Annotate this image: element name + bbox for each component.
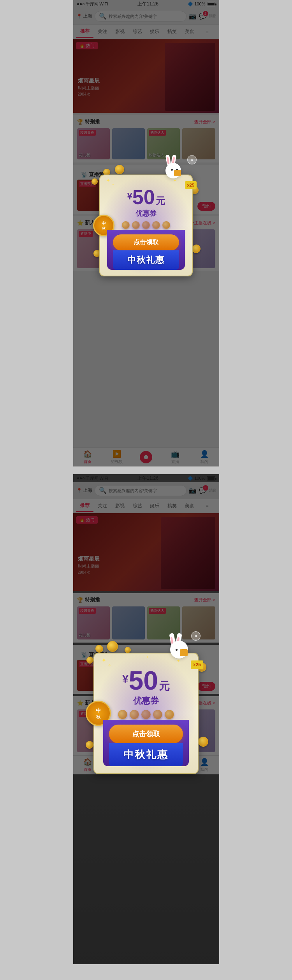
rabbit-eye-left-2 bbox=[176, 649, 178, 651]
popup-close-button[interactable]: × bbox=[187, 155, 197, 164]
float-coin-4 bbox=[192, 245, 201, 253]
coin-2-3 bbox=[141, 710, 151, 719]
float-coin-2 bbox=[115, 165, 124, 174]
coupon-value-area-2: ¥50元 bbox=[104, 663, 188, 694]
claim-button-2[interactable]: 点击领取 bbox=[109, 725, 183, 743]
sparkle-1: ✦ bbox=[106, 177, 111, 183]
mooncake-text-2-2: 秋 bbox=[96, 714, 100, 720]
rabbit-eye-left bbox=[171, 169, 173, 171]
mid-autumn-banner-2: 中秋礼惠 bbox=[109, 743, 183, 766]
mid-autumn-text-2: 中秋礼惠 bbox=[115, 748, 177, 762]
popup-container: × ✦ ✦ ✧ 中 秋 x25 bbox=[99, 175, 193, 276]
float-coin-6 bbox=[91, 178, 98, 185]
float-coin-2-5 bbox=[198, 737, 208, 747]
coin-2 bbox=[132, 221, 140, 229]
popup-pedestal-2: 点击领取 中秋礼惠 bbox=[103, 720, 189, 766]
rabbit-mooncake-2 bbox=[180, 649, 188, 656]
coupon-value-2: ¥50元 bbox=[122, 666, 170, 695]
float-coin-2-7 bbox=[86, 657, 93, 664]
coin-5 bbox=[162, 221, 170, 229]
coins-decoration-2 bbox=[104, 707, 188, 721]
float-coin-2-6 bbox=[86, 741, 93, 749]
mooncake-text-2: 秋 bbox=[102, 226, 106, 231]
popup-close-button-2[interactable]: × bbox=[191, 631, 201, 641]
float-coin-2-3 bbox=[125, 647, 131, 653]
popup-coupon-box: ✦ ✦ ✧ 中 秋 x25 ¥50元 优惠券 bbox=[99, 175, 193, 276]
coupon-value: ¥50元 bbox=[127, 186, 165, 208]
coupon-value-area: ¥50元 bbox=[108, 183, 184, 207]
coupon-number-2: 50 bbox=[129, 666, 158, 695]
mid-autumn-banner: 中秋礼惠 bbox=[113, 250, 179, 270]
phone-frame-2: IC 千库网 @bShk.com 千库网 WiFi 上午11:26 🔷 100% bbox=[73, 474, 219, 964]
float-coin-2-2 bbox=[107, 641, 118, 652]
rabbit-mooncake bbox=[174, 170, 181, 176]
coin-2-5 bbox=[165, 710, 174, 719]
coin-3 bbox=[142, 221, 150, 229]
sparkle-2-4: ✦ bbox=[146, 655, 149, 659]
popup-coupon-box-2: ✦ ✦ ✧ ✦ 中 秋 x25 ¥50元 优惠券 bbox=[93, 653, 199, 774]
coupon-number: 50 bbox=[132, 186, 155, 208]
mid-autumn-text: 中秋礼惠 bbox=[119, 254, 173, 266]
phone-frame-1: 千库网 WiFi 上午11:26 🔷 100% 📍 上海 🔍 📷 💬 2 消息 bbox=[73, 0, 219, 466]
rabbit-character bbox=[162, 153, 185, 180]
rabbit-character-2 bbox=[165, 629, 193, 660]
ribbon-tag: x25 bbox=[185, 181, 197, 189]
float-coin-2-1 bbox=[95, 645, 103, 653]
mooncake-text-1: 中 bbox=[102, 220, 106, 226]
popup-overlay: × ✦ ✦ ✧ 中 秋 x25 bbox=[73, 0, 219, 466]
coin-2-1 bbox=[118, 710, 127, 719]
coupon-type: 优惠券 bbox=[108, 209, 184, 218]
coupon-unit-2: 元 bbox=[159, 680, 170, 692]
popup-container-2: × ✦ ✦ ✧ ✦ 中 秋 bbox=[93, 653, 199, 774]
coin-1 bbox=[122, 221, 130, 229]
rabbit-body-2 bbox=[170, 641, 188, 659]
rabbit-body bbox=[165, 163, 181, 178]
coin-2-4 bbox=[153, 710, 162, 719]
coupon-unit: 元 bbox=[156, 196, 165, 206]
ribbon-tag-2: x25 bbox=[191, 660, 203, 669]
mooncake-text-2-1: 中 bbox=[96, 707, 101, 714]
coin-2-2 bbox=[130, 710, 139, 719]
popup-pedestal: 点击领取 中秋礼惠 bbox=[107, 230, 185, 270]
claim-button[interactable]: 点击领取 bbox=[113, 234, 179, 250]
yen-symbol-2: ¥ bbox=[122, 673, 129, 685]
coupon-type-2: 优惠券 bbox=[104, 695, 188, 707]
coin-4 bbox=[152, 221, 160, 229]
popup-overlay-2: × ✦ ✦ ✧ ✦ 中 秋 bbox=[73, 474, 219, 964]
yen-symbol: ¥ bbox=[127, 192, 132, 201]
coins-decoration bbox=[108, 218, 184, 231]
